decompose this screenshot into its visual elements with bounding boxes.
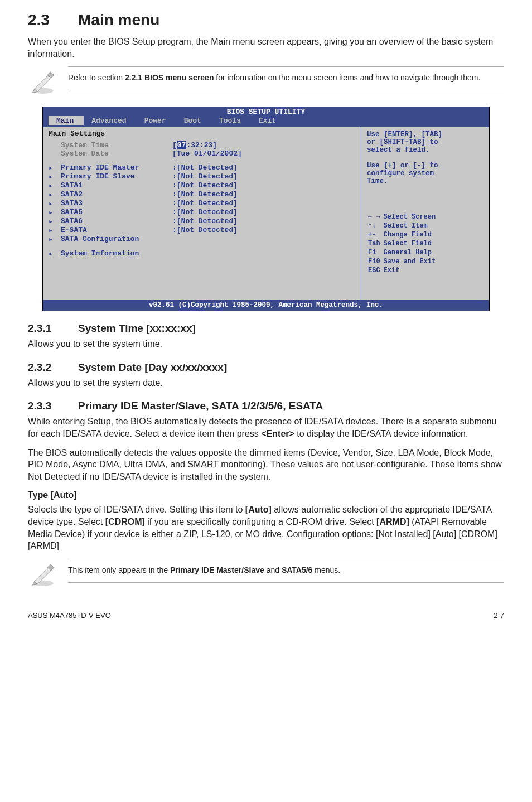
heading-233: 2.3.3Primary IDE Master/Slave, SATA 1/2/…: [28, 400, 504, 412]
row-label: SATA Configuration: [61, 235, 172, 244]
row-value: :[Not Detected]: [172, 172, 238, 181]
body-type-b: [Auto]: [245, 505, 272, 514]
heading-233-num: 2.3.3: [28, 400, 78, 412]
bios-row: ▸SATA3:[Not Detected]: [49, 199, 355, 208]
note-1: Refer to section 2.2.1 BIOS menu screen …: [28, 66, 504, 99]
note-1-text: Refer to section 2.2.1 BIOS menu screen …: [68, 73, 504, 83]
note-2-c: and: [264, 566, 282, 574]
body-233-p1: While entering Setup, the BIOS automatic…: [28, 416, 504, 439]
bios-main-panel: Main Settings System Time[07:32:23]Syste…: [43, 127, 361, 300]
row-marker-icon: ▸: [49, 249, 61, 258]
note-2-d: SATA5/6: [282, 566, 313, 574]
row-marker-icon: [49, 149, 61, 158]
row-value: :[Not Detected]: [172, 226, 238, 235]
bios-help-line: select a field.: [367, 146, 483, 154]
bios-row: System Date[Tue 01/01/2002]: [49, 149, 355, 158]
bios-help-line: Time.: [367, 177, 483, 185]
body-type-a: Selects the type of IDE/SATA drive. Sett…: [28, 505, 245, 514]
note-2-text: This item only appears in the Primary ID…: [68, 565, 504, 576]
note-1-text-c: for information on the menu screen items…: [214, 73, 480, 82]
bios-row: ▸SATA6:[Not Detected]: [49, 217, 355, 226]
body-type-e: if you are specifically configuring a CD…: [145, 517, 376, 526]
note-1-text-a: Refer to section: [68, 73, 125, 82]
bios-nav-row: F10Save and Exit: [368, 258, 438, 265]
bios-row: System Time[07:32:23]: [49, 141, 355, 149]
bios-row: ▸Primary IDE Slave:[Not Detected]: [49, 172, 355, 181]
row-label: E-SATA: [61, 226, 172, 235]
bios-nav-action: Save and Exit: [384, 258, 438, 265]
bios-nav-keys: ← →Select Screen↑↓Select Item+-Change Fi…: [367, 212, 439, 276]
row-value: :[Not Detected]: [172, 190, 238, 199]
bios-tab-power: Power: [137, 116, 176, 125]
bios-nav-key: F10: [368, 258, 383, 265]
heading-231-num: 2.3.1: [28, 322, 78, 335]
body-233-p2: The BIOS automatically detects the value…: [28, 447, 504, 483]
bios-row: ▸Primary IDE Master:[Not Detected]: [49, 163, 355, 172]
bios-row: ▸SATA5:[Not Detected]: [49, 208, 355, 217]
row-marker-icon: ▸: [49, 235, 61, 244]
bios-nav-key: ← →: [368, 213, 383, 221]
heading-231: 2.3.1System Time [xx:xx:xx]: [28, 322, 504, 335]
body-231: Allows you to set the system time.: [28, 338, 504, 350]
bios-help-line: configure system: [367, 170, 483, 177]
bios-help-line: or [SHIFT-TAB] to: [367, 138, 483, 146]
bios-tab-boot: Boot: [176, 116, 211, 125]
row-marker-icon: ▸: [49, 199, 61, 208]
footer-left: ASUS M4A785TD-V EVO: [28, 611, 111, 620]
bios-nav-key: +-: [368, 231, 383, 239]
bios-help-line: [367, 154, 483, 162]
bios-row: ▸SATA1:[Not Detected]: [49, 181, 355, 190]
row-label: Primary IDE Master: [61, 163, 172, 172]
bios-nav-row: ↑↓Select Item: [368, 222, 438, 230]
body-232: Allows you to set the system date.: [28, 377, 504, 389]
section-heading: 2.3Main menu: [28, 11, 504, 29]
intro-paragraph: When you enter the BIOS Setup program, t…: [28, 36, 504, 60]
bios-nav-row: +-Change Field: [368, 231, 438, 239]
bios-help-line: Use [ENTER], [TAB]: [367, 131, 483, 138]
bios-nav-row: F1General Help: [368, 249, 438, 257]
row-label: SATA1: [61, 181, 172, 190]
row-marker-icon: ▸: [49, 217, 61, 226]
body-type-f: [ARMD]: [376, 517, 409, 526]
bios-side-panel: Use [ENTER], [TAB]or [SHIFT-TAB] toselec…: [361, 127, 489, 300]
row-value: [07:32:23]: [172, 141, 217, 149]
bios-main-heading: Main Settings: [49, 129, 105, 138]
bios-title: BIOS SETUP UTILITY: [43, 107, 489, 116]
bios-row: ▸SATA2:[Not Detected]: [49, 190, 355, 199]
heading-231-title: System Time [xx:xx:xx]: [78, 322, 196, 334]
row-value: :[Not Detected]: [172, 199, 238, 208]
note-1-text-b: 2.2.1 BIOS menu screen: [125, 73, 214, 82]
bios-row: ▸SATA Configuration: [49, 235, 355, 244]
bios-nav-row: ← →Select Screen: [368, 213, 438, 221]
pencil-icon: [28, 559, 58, 591]
bios-help: Use [ENTER], [TAB]or [SHIFT-TAB] toselec…: [367, 131, 483, 185]
note-2: This item only appears in the Primary ID…: [28, 559, 504, 591]
heading-233-title: Primary IDE Master/Slave, SATA 1/2/3/5/6…: [78, 400, 323, 412]
bios-tab-row: Main Advanced Power Boot Tools Exit: [43, 116, 489, 127]
bios-rows: System Time[07:32:23]System Date[Tue 01/…: [49, 141, 355, 258]
row-marker-icon: ▸: [49, 190, 61, 199]
row-label: Primary IDE Slave: [61, 172, 172, 181]
row-value: :[Not Detected]: [172, 208, 238, 217]
row-marker-icon: ▸: [49, 226, 61, 235]
row-marker-icon: ▸: [49, 181, 61, 190]
row-marker-icon: ▸: [49, 163, 61, 172]
bios-row: ▸System Information: [49, 249, 355, 258]
page-footer: ASUS M4A785TD-V EVO 2-7: [28, 611, 504, 620]
row-label: System Date: [61, 149, 172, 158]
row-value: :[Not Detected]: [172, 217, 238, 226]
row-value: :[Not Detected]: [172, 163, 238, 172]
bios-tab-exit: Exit: [251, 116, 286, 125]
heading-type: Type [Auto]: [28, 490, 504, 500]
bios-nav-row: ESCExit: [368, 267, 438, 274]
row-value: [Tue 01/01/2002]: [172, 149, 242, 158]
bios-nav-action: Select Screen: [384, 213, 438, 221]
section-number: 2.3: [28, 11, 78, 29]
bios-nav-key: F1: [368, 249, 383, 257]
row-label: SATA3: [61, 199, 172, 208]
bios-tab-advanced: Advanced: [84, 116, 136, 125]
section-title: Main menu: [78, 11, 159, 28]
bios-row: ▸E-SATA:[Not Detected]: [49, 226, 355, 235]
body-type: Selects the type of IDE/SATA drive. Sett…: [28, 504, 504, 552]
bios-nav-action: Change Field: [384, 231, 438, 239]
